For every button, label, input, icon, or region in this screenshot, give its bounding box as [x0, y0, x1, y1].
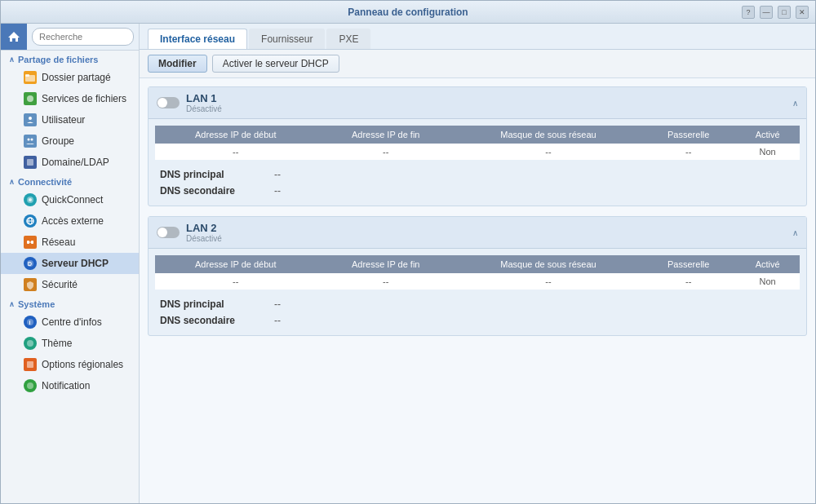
lan1-col-end: Adresse IP de fin	[317, 126, 455, 144]
reseau-icon	[24, 236, 37, 249]
lan2-cell-0-3: --	[641, 273, 735, 290]
chevron-connectivite: ∧	[9, 178, 15, 186]
dossier-icon	[24, 71, 37, 84]
options-regionales-icon	[24, 358, 37, 371]
minimize-icon[interactable]: —	[760, 6, 773, 19]
notification-icon	[24, 379, 37, 392]
sidebar-item-groupe-label: Groupe	[42, 135, 74, 147]
sidebar-item-securite[interactable]: Sécurité	[1, 274, 139, 295]
sidebar-item-groupe[interactable]: Groupe	[1, 130, 139, 152]
lan2-cell-0-4: Non	[735, 273, 800, 290]
sidebar-item-serveur-dhcp[interactable]: D Serveur DHCP	[1, 253, 139, 274]
lan1-dns-secondaire-label: DNS secondaire	[160, 185, 258, 197]
modifier-button[interactable]: Modifier	[148, 55, 207, 73]
lan2-chevron[interactable]: ∧	[792, 228, 798, 237]
lan2-cell-0-0: --	[155, 273, 317, 290]
close-icon[interactable]: ✕	[796, 6, 809, 19]
lan2-col-start: Adresse IP de début	[155, 255, 317, 273]
lan2-header-left: LAN 2 Désactivé	[157, 222, 222, 243]
lan2-toggle[interactable]	[157, 227, 180, 238]
panel-content: LAN 1 Désactivé ∧ Adresse IP de début Ad…	[140, 78, 815, 503]
question-icon[interactable]: ?	[742, 6, 755, 19]
lan2-col-active: Activé	[735, 255, 800, 273]
main-content: ∧ Partage de fichiers Dossier partagé Se…	[1, 24, 815, 503]
tab-bar: Interface réseau Fournisseur PXE	[140, 24, 815, 50]
sidebar-section-connectivite[interactable]: ∧ Connectivité	[1, 173, 139, 189]
groupe-icon	[24, 135, 37, 148]
svg-point-3	[27, 95, 33, 102]
lan2-dns-secondaire-label: DNS secondaire	[160, 315, 258, 326]
tab-interface-reseau[interactable]: Interface réseau	[148, 29, 247, 49]
lan2-col-gateway: Passerelle	[641, 255, 735, 273]
lan2-col-mask: Masque de sous réseau	[455, 255, 641, 273]
lan1-cell-0-0: --	[155, 144, 317, 160]
svg-point-5	[28, 139, 30, 141]
lan1-cell-0-2: --	[455, 144, 641, 160]
sidebar-section-systeme-label: Système	[18, 299, 55, 309]
lan1-dns-principal-value: --	[274, 169, 281, 180]
sidebar-item-theme[interactable]: Thème	[1, 333, 139, 354]
lan1-toggle[interactable]	[157, 97, 180, 108]
svg-text:D: D	[28, 261, 32, 267]
sidebar-item-dossier[interactable]: Dossier partagé	[1, 67, 139, 88]
lan1-header-left: LAN 1 Désactivé	[157, 92, 222, 113]
svg-point-6	[31, 139, 33, 141]
sidebar-item-centre-infos[interactable]: i Centre d'infos	[1, 312, 139, 333]
lan2-cell-0-1: --	[317, 273, 455, 290]
sidebar-item-services[interactable]: Services de fichiers	[1, 88, 139, 109]
tab-fournisseur[interactable]: Fournisseur	[249, 29, 325, 49]
lan1-title-group: LAN 1 Désactivé	[186, 92, 222, 113]
lan1-chevron[interactable]: ∧	[792, 99, 798, 108]
sidebar-section-systeme[interactable]: ∧ Système	[1, 295, 139, 312]
sidebar-item-quickconnect[interactable]: QuickConnect	[1, 189, 139, 210]
sidebar-item-reseau[interactable]: Réseau	[1, 232, 139, 253]
main-window: Panneau de configuration ? — □ ✕	[0, 0, 816, 504]
svg-point-22	[27, 382, 33, 389]
lan1-col-mask: Masque de sous réseau	[455, 126, 641, 144]
lan1-col-active: Activé	[735, 126, 800, 144]
svg-rect-21	[27, 361, 33, 368]
lan1-row-0: -- -- -- -- Non	[155, 144, 800, 160]
sidebar-nav: ∧ Partage de fichiers Dossier partagé Se…	[1, 51, 139, 503]
titlebar: Panneau de configuration ? — □ ✕	[1, 1, 815, 24]
lan1-dns-secondaire-value: --	[274, 185, 281, 197]
lan1-cell-0-1: --	[317, 144, 455, 160]
sidebar-item-notification[interactable]: Notification	[1, 375, 139, 396]
theme-icon	[24, 337, 37, 350]
sidebar-section-partage[interactable]: ∧ Partage de fichiers	[1, 51, 139, 67]
home-button[interactable]	[1, 24, 27, 50]
search-input[interactable]	[32, 28, 134, 46]
sidebar-item-options-regionales-label: Options régionales	[42, 359, 123, 370]
svg-point-9	[29, 198, 32, 201]
activer-dhcp-button[interactable]: Activer le serveur DHCP	[212, 55, 339, 73]
lan2-body: Adresse IP de début Adresse IP de fin Ma…	[149, 249, 806, 335]
lan2-title: LAN 2	[186, 222, 222, 234]
svg-text:i: i	[29, 320, 31, 325]
lan2-header: LAN 2 Désactivé ∧	[149, 217, 806, 249]
sidebar-section-connectivite-label: Connectivité	[18, 177, 72, 187]
sidebar-item-domaine[interactable]: Domaine/LDAP	[1, 152, 139, 173]
tab-pxe[interactable]: PXE	[326, 29, 370, 49]
window-controls: ? — □ ✕	[742, 6, 809, 19]
utilisateur-icon	[24, 113, 37, 126]
lan2-dns-secondaire-value: --	[274, 315, 281, 326]
maximize-icon[interactable]: □	[778, 6, 791, 19]
acces-externe-icon	[24, 214, 37, 228]
sidebar-item-options-regionales[interactable]: Options régionales	[1, 354, 139, 375]
centre-infos-icon: i	[24, 316, 37, 329]
lan1-body: Adresse IP de début Adresse IP de fin Ma…	[149, 119, 806, 206]
lan2-status: Désactivé	[186, 234, 222, 243]
lan2-title-group: LAN 2 Désactivé	[186, 222, 222, 243]
lan2-table: Adresse IP de début Adresse IP de fin Ma…	[155, 255, 800, 290]
sidebar-item-acces-externe[interactable]: Accès externe	[1, 210, 139, 232]
sidebar-item-reseau-label: Réseau	[42, 237, 75, 248]
lan2-row-0: -- -- -- -- Non	[155, 273, 800, 290]
sidebar-item-utilisateur[interactable]: Utilisateur	[1, 109, 139, 130]
lan1-status: Désactivé	[186, 104, 222, 113]
svg-rect-2	[25, 74, 29, 77]
sidebar-item-quickconnect-label: QuickConnect	[42, 194, 103, 206]
securite-icon	[24, 278, 37, 291]
lan1-header: LAN 1 Désactivé ∧	[149, 87, 806, 119]
chevron-systeme: ∧	[9, 300, 15, 308]
quickconnect-icon	[24, 193, 37, 206]
